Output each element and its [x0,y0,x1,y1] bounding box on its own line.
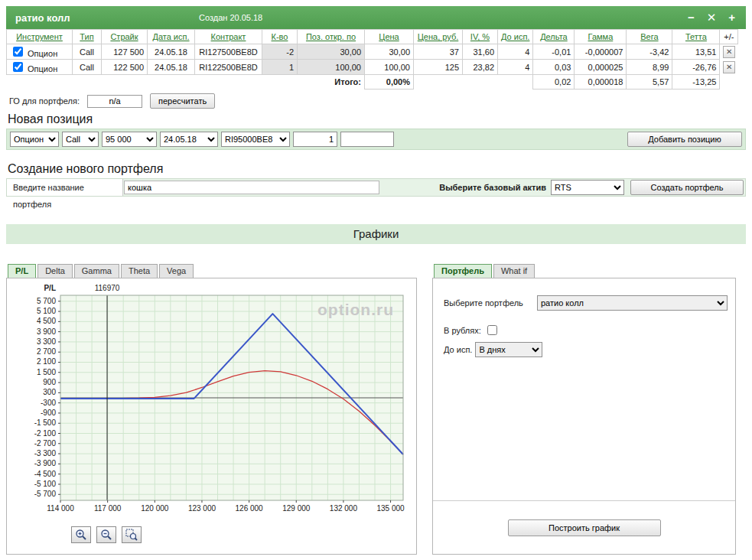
tab-vega[interactable]: Vega [159,264,194,278]
svg-text:-3 300: -3 300 [34,449,57,457]
column-header-price[interactable]: Цена [365,30,414,44]
column-header-exp_date[interactable]: Дата исп. [148,30,195,44]
column-header-iv[interactable]: IV, % [463,30,498,44]
tab-theta[interactable]: Theta [121,264,158,278]
cell-delta: 0,03 [533,60,575,75]
minimize-icon[interactable]: − [688,6,695,29]
column-header-open_at[interactable]: Поз. откр. по [298,30,365,44]
add-position-button[interactable]: Добавить позицию [627,132,742,147]
table-row: ОпционCall122 50024.05.18RI122500BE8D110… [7,60,738,75]
totals-empty [73,75,102,90]
cell-contract: RI122500BE8D [195,60,262,75]
select-portfolio-label: Выберите портфель [444,298,537,308]
positions-table: ИнструментТипСтрайкДата исп.КонтрактК-во… [6,29,738,90]
delete-position-button[interactable]: ✕ [723,46,735,58]
create-portfolio-button[interactable]: Создать портфель [630,180,744,195]
positions-table-head: ИнструментТипСтрайкДата исп.КонтрактК-во… [7,30,738,44]
column-header-type[interactable]: Тип [73,30,102,44]
create-portfolio-row: Введите название портфеля Выберите базов… [6,178,746,197]
column-header-delta[interactable]: Дельта [533,30,575,44]
portfolio-select[interactable]: ратио колл [537,295,728,311]
cell-exp_date: 24.05.18 [148,44,195,60]
svg-text:132 000: 132 000 [330,504,358,513]
svg-text:117 000: 117 000 [94,504,122,513]
cell-delta: -0,01 [533,44,575,60]
cell-qty: -2 [262,44,298,60]
tab-gamma[interactable]: Gamma [74,264,119,278]
column-header-vega[interactable]: Вега [627,30,672,44]
option-type-select[interactable]: Call [62,132,99,147]
recalc-button[interactable]: пересчитать [150,93,215,109]
cell-gamma: 0,000025 [575,60,627,75]
cell-instrument: Опцион [7,44,73,60]
tab-delta[interactable]: Delta [37,264,73,278]
instrument-select[interactable]: Опцион [10,132,59,147]
cell-theta: -26,76 [672,60,720,75]
cell-qty: 1 [262,60,298,75]
cell-remove: ✕ [720,60,738,75]
totals-empty [414,75,463,90]
zoom-out-button[interactable] [96,526,116,543]
cell-price: 30,00 [365,44,414,60]
totals-empty [7,75,73,90]
totals-empty [148,75,195,90]
svg-text:1 500: 1 500 [37,368,56,376]
column-header-days[interactable]: До исп. [498,30,533,44]
column-header-qty[interactable]: К-во [262,30,298,44]
column-header-gamma[interactable]: Гамма [575,30,627,44]
svg-text:300: 300 [43,388,56,396]
tab-what-if[interactable]: What if [493,264,535,278]
chart-tabs: P/LDeltaGammaThetaVega [6,264,417,278]
tab-портфель[interactable]: Портфель [434,264,492,278]
portfolio-select-row: Выберите портфель ратио колл [444,295,728,311]
position-checkbox[interactable] [13,47,23,57]
portfolio-name-input[interactable] [124,181,379,194]
svg-text:-5 100: -5 100 [34,480,57,488]
totals-label: Итого: [298,75,365,90]
cell-type: Call [73,60,102,75]
totals-empty [262,75,298,90]
position-checkbox[interactable] [13,62,23,72]
strike-select[interactable]: 95 000 [102,132,157,147]
column-header-contract[interactable]: Контракт [195,30,262,44]
totals-empty [102,75,148,90]
svg-text:114 000: 114 000 [47,504,74,513]
exp-date-select[interactable]: 24.05.18 [160,132,218,147]
column-header-strike[interactable]: Страйк [102,30,148,44]
contract-select[interactable]: RI95000BE8 [221,132,290,147]
tab-p-l[interactable]: P/L [8,264,36,278]
cell-price_rub: 125 [414,60,463,75]
zoom-region-button[interactable] [122,526,142,543]
column-header-price_rub[interactable]: Цена, руб. [414,30,463,44]
portfolio-panel-wrap: ПортфельWhat if Выберите портфель ратио … [432,264,736,555]
delete-position-button[interactable]: ✕ [723,61,735,73]
build-chart-button[interactable]: Построить график [508,519,661,536]
app: ратио колл Создан 20.05.18 − ✕ + Инструм… [0,0,752,555]
totals-delta: 0,02 [533,75,575,90]
price-input[interactable] [340,132,394,147]
rubles-label: В рублях: [444,326,481,335]
base-asset-select[interactable]: RTS [551,180,624,195]
zoom-in-button[interactable] [71,526,91,543]
days-select[interactable]: В днях [475,342,542,357]
totals-vega: 5,57 [627,75,672,90]
margin-value-input[interactable] [87,95,142,108]
svg-text:4 500: 4 500 [37,317,56,325]
close-icon[interactable]: ✕ [707,6,717,29]
column-header-theta[interactable]: Тетта [672,30,720,44]
rubles-checkbox[interactable] [487,325,497,335]
svg-text:123 000: 123 000 [188,504,216,513]
add-icon[interactable]: + [728,6,735,29]
svg-text:-3 900: -3 900 [34,459,57,467]
cell-vega: 8,99 [627,60,672,75]
svg-text:3 300: 3 300 [37,337,56,346]
days-row: До исп. В днях [444,342,728,357]
svg-text:900: 900 [43,378,56,386]
table-row: ОпционCall127 50024.05.18RI127500BE8D-23… [7,44,738,60]
svg-text:129 000: 129 000 [282,504,311,513]
new-position-row: Опцион Call 95 000 24.05.18 RI95000BE8 Д… [6,129,746,150]
zoom-in-icon [75,529,87,541]
column-header-instrument[interactable]: Инструмент [7,30,73,44]
quantity-input[interactable] [293,132,337,147]
column-header-remove: +/- [720,30,738,44]
